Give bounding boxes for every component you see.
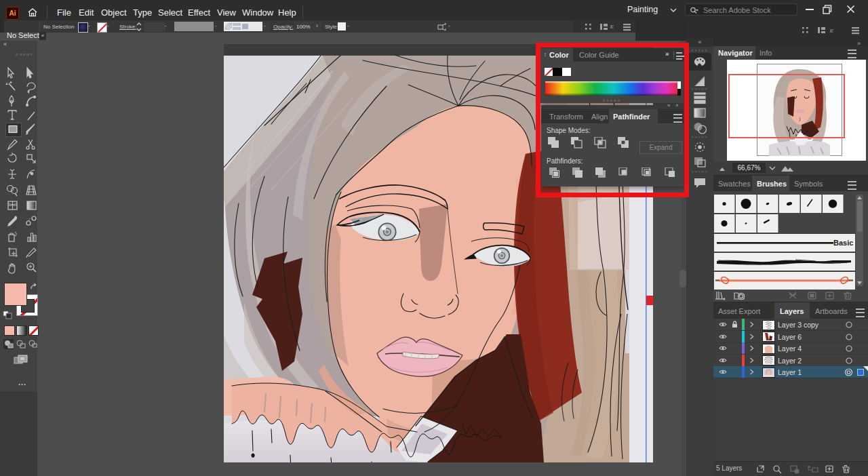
svg-text:Basic: Basic (833, 239, 853, 247)
